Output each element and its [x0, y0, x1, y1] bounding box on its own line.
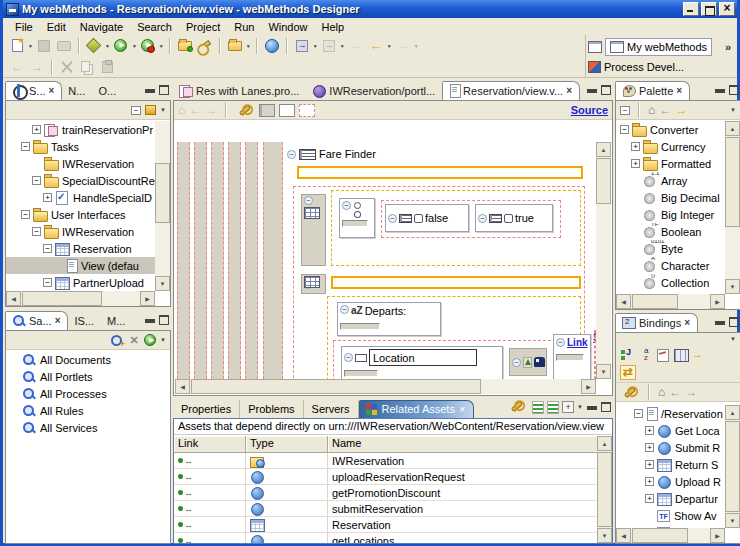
mode-outline-toggle[interactable]: [299, 104, 315, 117]
menu-item-help[interactable]: Help: [316, 20, 351, 34]
table-row[interactable]: ↔uploadReservationRequest: [174, 469, 597, 485]
close-icon[interactable]: ×: [49, 85, 55, 96]
view-menu-icon[interactable]: ▼: [160, 337, 166, 343]
tree-item[interactable]: +Departur: [630, 490, 725, 507]
collapse-relations-icon[interactable]: [547, 401, 559, 414]
tree-item[interactable]: +Currency: [616, 138, 725, 155]
scroll-down-icon[interactable]: ▼: [725, 513, 740, 528]
row-widget-handle[interactable]: −: [301, 194, 326, 266]
table-view-icon[interactable]: [674, 348, 688, 361]
tree-item[interactable]: IWReservation: [6, 155, 155, 172]
import-arrow-icon[interactable]: →: [692, 348, 703, 361]
menu-item-edit[interactable]: Edit: [41, 20, 72, 34]
collapse-icon[interactable]: −: [287, 150, 296, 159]
table-row[interactable]: ↔getLocations: [174, 533, 597, 544]
run-last-dropdown[interactable]: ▼: [159, 43, 164, 49]
new-wizard-button[interactable]: ★: [7, 37, 27, 55]
back-icon[interactable]: ←: [659, 104, 671, 116]
vertical-scrollbar[interactable]: ▲ ▼: [725, 121, 740, 294]
scroll-down-icon[interactable]: ▼: [597, 528, 612, 543]
run-last-button[interactable]: [138, 37, 158, 55]
tab-is[interactable]: IS...: [68, 313, 101, 330]
tree-item[interactable]: View (defau: [6, 257, 155, 274]
scroll-thumb[interactable]: [22, 291, 102, 306]
scroll-right-icon[interactable]: ▶: [710, 294, 725, 309]
tab-navigator[interactable]: N...: [62, 83, 92, 100]
horizontal-scrollbar[interactable]: ◀ ▶: [6, 291, 155, 306]
run-dropdown[interactable]: ▼: [132, 43, 137, 49]
tab-properties[interactable]: Properties: [173, 400, 240, 418]
delete-search-icon[interactable]: ✕: [128, 334, 140, 346]
link-dropdown-2[interactable]: ▼: [340, 43, 345, 49]
run-search-icon[interactable]: [144, 334, 156, 346]
folder-dropdown[interactable]: ▼: [246, 43, 251, 49]
web-browser-button[interactable]: [262, 37, 282, 55]
collapse-icon[interactable]: −: [388, 214, 397, 223]
tree-item[interactable]: −IWReservation: [6, 223, 155, 240]
tab-servers[interactable]: Servers: [304, 400, 359, 418]
tree-item[interactable]: −Tasks: [6, 138, 155, 155]
wrench-icon[interactable]: [624, 386, 636, 398]
minimize-view-button[interactable]: [586, 84, 597, 94]
tab-m[interactable]: M...: [101, 313, 132, 330]
print-button[interactable]: [54, 37, 74, 55]
link-editor-button[interactable]: [292, 37, 312, 55]
tab-related-assets[interactable]: Related Assets ×: [359, 400, 475, 418]
tree-item[interactable]: +Return S: [630, 456, 725, 473]
perspective-process-dev[interactable]: Process Devel...: [604, 61, 684, 73]
tree-item[interactable]: ACharacter: [616, 257, 725, 274]
text-input-widget[interactable]: −: [341, 346, 503, 379]
collapse-icon[interactable]: −: [478, 214, 487, 223]
scroll-thumb[interactable]: [596, 158, 611, 204]
close-button[interactable]: [719, 2, 735, 16]
collapse-icon[interactable]: −: [344, 353, 353, 362]
home-icon[interactable]: ⌂: [178, 104, 185, 116]
scroll-right-icon[interactable]: ▶: [140, 291, 155, 306]
view-menu-icon[interactable]: ▼: [730, 107, 736, 113]
source-link[interactable]: Source: [571, 104, 608, 116]
minimize-view-button[interactable]: [144, 84, 155, 94]
checkbox-icon[interactable]: [414, 214, 423, 223]
checkbox-widget-true[interactable]: − true: [475, 204, 553, 232]
table-row[interactable]: ↔Reservation: [174, 517, 597, 533]
collapse-icon[interactable]: −: [342, 201, 351, 210]
close-icon[interactable]: ×: [55, 315, 61, 326]
image-button-widget[interactable]: −: [509, 348, 547, 376]
back-icon[interactable]: ←: [669, 386, 681, 398]
collapse-icon[interactable]: −: [304, 196, 313, 205]
cut-button[interactable]: [57, 58, 77, 76]
horizontal-scrollbar[interactable]: ◀ ▶: [175, 379, 596, 394]
back-button[interactable]: ←: [366, 37, 386, 55]
minimize-view-button[interactable]: [714, 84, 725, 94]
scroll-down-icon[interactable]: ▼: [155, 276, 170, 291]
minimize-view-button[interactable]: [144, 314, 155, 324]
selected-header-bar[interactable]: [297, 166, 583, 179]
scroll-right-icon[interactable]: ▶: [710, 528, 725, 543]
menu-item-file[interactable]: File: [9, 20, 39, 34]
collapse-icon[interactable]: −: [340, 305, 349, 314]
undo-button[interactable]: ←: [7, 58, 27, 76]
vertical-scrollbar[interactable]: ▼: [155, 121, 170, 291]
collapse-icon[interactable]: −: [43, 278, 52, 287]
java-tree-icon[interactable]: [620, 348, 634, 361]
home-icon[interactable]: ⌂: [648, 104, 655, 116]
maximize-view-button[interactable]: [728, 84, 739, 94]
add-icon[interactable]: +: [562, 401, 574, 413]
link-widget[interactable]: −Link: [553, 334, 591, 379]
design-canvas[interactable]: − Fare Finder − − −: [175, 142, 596, 379]
tree-item[interactable]: All Services: [6, 419, 170, 436]
menu-item-navigate[interactable]: Navigate: [74, 20, 129, 34]
back-history-button[interactable]: ←: [346, 37, 366, 55]
vertical-scrollbar[interactable]: ▲ ▼: [596, 142, 611, 379]
selected-row-bar[interactable]: [331, 276, 581, 289]
forward-button[interactable]: →: [393, 37, 413, 55]
open-perspective-icon[interactable]: [588, 41, 602, 53]
menu-item-window[interactable]: Window: [262, 20, 313, 34]
perspective-overflow-button[interactable]: »: [725, 41, 731, 53]
redo-button[interactable]: →: [27, 58, 47, 76]
tree-item[interactable]: +Submit R: [630, 439, 725, 456]
collapse-all-icon[interactable]: −: [131, 106, 141, 115]
tab-iwreservation-portlet[interactable]: IWReservation/portl...: [306, 82, 442, 100]
notes-icon[interactable]: [656, 348, 670, 361]
view-menu-icon[interactable]: ▼: [730, 336, 736, 342]
